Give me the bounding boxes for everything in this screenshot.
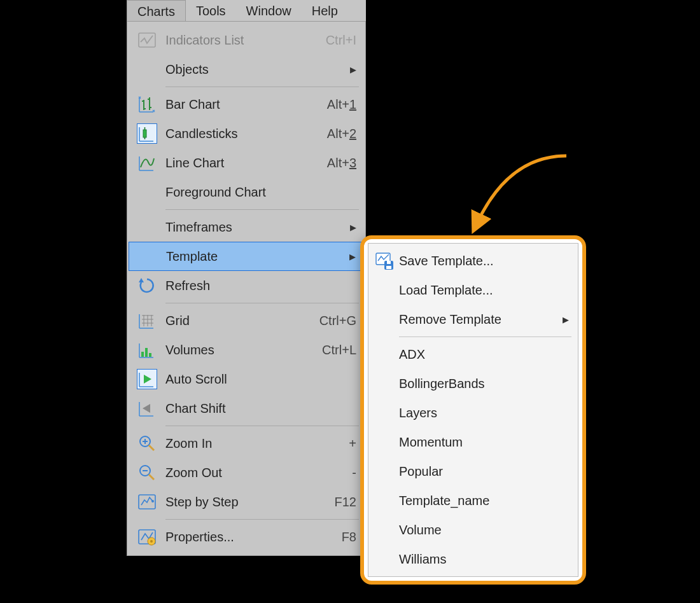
menu-item-foreground[interactable]: Foreground Chart [129,177,364,207]
menu-item-timeframes[interactable]: Timeframes▶ [129,212,364,242]
menu-item-label: Grid [165,314,305,328]
menubar-item-help[interactable]: Help [302,0,348,21]
submenu-item-t-adx[interactable]: ADX [370,340,577,369]
submenu-item-label: ADX [399,347,569,362]
submenu-item-label: Popular [399,464,569,479]
menu-item-shortcut: Ctrl+I [305,33,356,48]
zoom-out-icon [137,463,157,482]
properties-icon [137,527,157,546]
submenu-item-label: Remove Template [399,312,560,327]
submenu-item-label: Williams [399,552,569,567]
menubar-item-tools[interactable]: Tools [186,0,236,21]
submenu-item-save-template[interactable]: Save Template... [370,246,577,275]
indicators-icon [137,31,157,50]
menu-item-zoom-out[interactable]: Zoom Out- [129,458,364,487]
menu-item-label: Indicators List [165,33,305,48]
submenu-item-t-name[interactable]: Template_name [370,486,577,515]
menu-item-objects[interactable]: Objects▶ [129,55,364,84]
menu-item-properties[interactable]: Properties...F8 [129,522,364,551]
submenu-item-load-template[interactable]: Load Template... [370,275,577,305]
menu-item-shortcut: Ctrl+G [305,314,356,328]
grid-icon [137,311,157,330]
submenu-arrow-icon: ▶ [347,65,356,74]
submenu-item-t-popular[interactable]: Popular [370,457,577,486]
menu-separator [165,87,359,87]
menu-item-indicators: Indicators ListCtrl+I [129,25,364,55]
charts-dropdown: Indicators ListCtrl+IObjects▶Bar ChartAl… [127,22,366,556]
menu-item-bar-chart[interactable]: Bar ChartAlt+1 [129,90,364,119]
menu-separator [165,519,359,520]
chart-shift-icon [137,399,157,418]
menu-item-label: Volumes [165,343,305,357]
callout-arrow-icon [465,149,573,239]
menu-item-label: Properties... [165,530,305,544]
candlestick-icon [137,124,157,143]
menu-item-label: Step by Step [165,495,305,509]
menu-item-shortcut: F8 [305,530,356,544]
menu-item-label: Template [166,249,347,264]
menu-item-shortcut: + [305,436,356,451]
step-icon [137,492,157,511]
menu-item-refresh[interactable]: Refresh [129,271,364,300]
menu-item-template[interactable]: Template▶ [129,242,364,271]
menu-separator [165,209,359,210]
refresh-icon [137,276,157,295]
menu-item-auto-scroll[interactable]: Auto Scroll [129,364,364,394]
menubar-item-window[interactable]: Window [236,0,302,21]
menu-item-candlesticks[interactable]: CandlesticksAlt+2 [129,119,364,148]
bar-chart-icon [137,95,157,114]
volumes-icon [137,340,157,359]
menu-separator [165,426,359,426]
submenu-item-t-layers[interactable]: Layers [370,398,577,427]
submenu-item-remove-template[interactable]: Remove Template▶ [370,305,577,334]
menu-item-volumes[interactable]: VolumesCtrl+L [129,335,364,364]
submenu-item-label: Load Template... [399,283,569,298]
menu-item-label: Objects [165,62,347,77]
menu-item-zoom-in[interactable]: Zoom In+ [129,429,364,458]
zoom-in-icon [137,434,157,453]
menu-item-label: Bar Chart [165,97,305,112]
menu-item-label: Zoom In [165,436,305,451]
menu-item-shortcut: Alt+3 [305,156,356,170]
auto-scroll-icon [137,370,157,389]
menu-item-shortcut: F12 [305,495,356,509]
submenu-item-label: Momentum [399,435,569,450]
menu-item-label: Timeframes [165,220,347,235]
menu-item-shortcut: Ctrl+L [305,343,356,357]
menu-item-step-by-step[interactable]: Step by StepF12 [129,487,364,516]
menubar: Charts Tools Window Help [127,0,366,22]
menu-separator [399,336,571,337]
menu-separator [165,303,359,303]
menu-item-shortcut: Alt+1 [305,97,356,112]
menu-item-grid[interactable]: GridCtrl+G [129,306,364,335]
menu-item-label: Auto Scroll [165,372,356,387]
menu-item-label: Zoom Out [165,466,305,480]
submenu-item-label: Layers [399,406,569,420]
line-chart-icon [137,153,157,172]
menu-item-shortcut: - [305,466,356,480]
menu-item-label: Chart Shift [165,401,356,416]
menu-item-line-chart[interactable]: Line ChartAlt+3 [129,148,364,177]
template-submenu: Save Template...Load Template...Remove T… [368,243,578,577]
submenu-item-label: BollingerBands [399,377,569,391]
menu-item-shortcut: Alt+2 [305,127,356,141]
submenu-item-t-williams[interactable]: Williams [370,544,577,574]
submenu-item-t-volume[interactable]: Volume [370,515,577,544]
menu-item-label: Line Chart [165,156,305,170]
submenu-item-t-bb[interactable]: BollingerBands [370,369,577,398]
menu-item-label: Refresh [165,279,356,293]
save-template-icon [375,251,394,270]
menu-item-label: Foreground Chart [165,185,356,200]
submenu-arrow-icon: ▶ [347,223,356,232]
menubar-item-charts[interactable]: Charts [127,0,186,21]
submenu-item-label: Save Template... [399,254,569,268]
menu-item-label: Candlesticks [165,127,305,141]
submenu-arrow-icon: ▶ [347,252,356,261]
submenu-item-t-momentum[interactable]: Momentum [370,427,577,457]
submenu-arrow-icon: ▶ [560,315,569,324]
template-submenu-highlight: Save Template...Load Template...Remove T… [360,235,586,585]
submenu-item-label: Volume [399,523,569,537]
submenu-item-label: Template_name [399,494,569,508]
menu-item-chart-shift[interactable]: Chart Shift [129,394,364,423]
